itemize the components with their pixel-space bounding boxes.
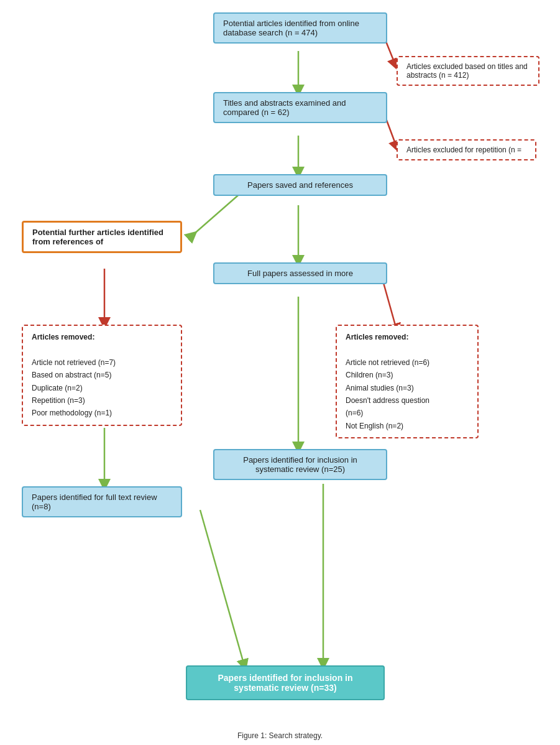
box-removed2: Articles removed: Article not retrieved … <box>336 325 479 438</box>
diagram: Potential articles identified from onlin… <box>0 0 560 745</box>
svg-line-15 <box>200 510 244 665</box>
box-excl2: Articles excluded for repetition (n = <box>397 139 536 160</box>
box-full-text-review: Papers identified for full text review (… <box>22 486 182 517</box>
box-excl1: Articles excluded based on titles and ab… <box>397 56 539 86</box>
box-db-search: Potential articles identified from onlin… <box>213 12 387 44</box>
svg-line-9 <box>193 192 242 235</box>
box-papers-inclusion-25: Papers identified for inclusion in syste… <box>213 449 387 480</box>
box-titles-abstracts: Titles and abstracts examined and compar… <box>213 92 387 123</box>
box-papers-saved: Papers saved and references <box>213 174 387 196</box>
box-full-papers: Full papers assessed in more <box>213 262 387 284</box>
box-potential-further: Potential further articles identified fr… <box>22 221 182 253</box>
figure-caption: Figure 1: Search strategy. <box>237 731 323 740</box>
box-final-inclusion: Papers identified for inclusion in syste… <box>186 665 385 700</box>
box-removed1: Articles removed: Article not retrieved … <box>22 325 182 426</box>
svg-line-12 <box>383 283 397 330</box>
